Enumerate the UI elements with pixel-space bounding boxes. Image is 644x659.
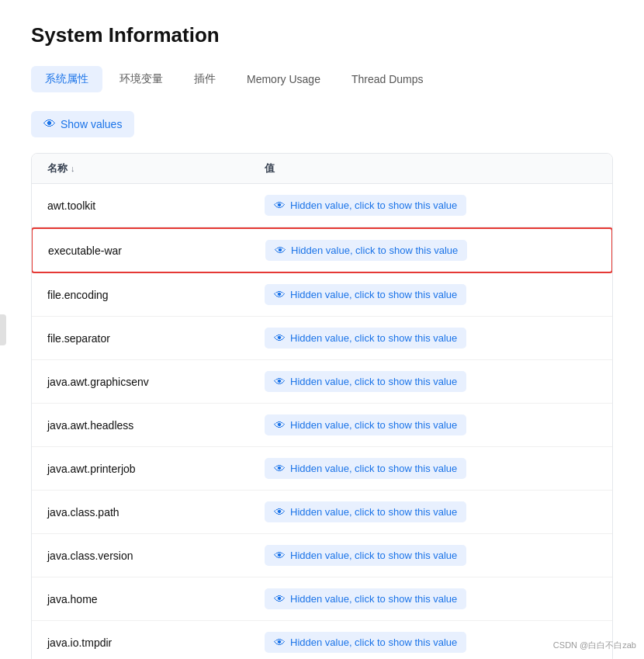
hidden-value-button[interactable]: 👁Hidden value, click to show this value — [265, 240, 467, 261]
hidden-value-button[interactable]: 👁Hidden value, click to show this value — [265, 371, 466, 392]
row-key: java.home — [47, 593, 265, 605]
row-key: java.io.tmpdir — [47, 636, 265, 649]
row-value: 👁Hidden value, click to show this value — [265, 195, 597, 216]
hidden-value-text: Hidden value, click to show this value — [290, 419, 457, 431]
table-row: executable-war👁Hidden value, click to sh… — [31, 227, 613, 273]
row-value: 👁Hidden value, click to show this value — [265, 545, 597, 566]
hidden-value-text: Hidden value, click to show this value — [290, 463, 457, 474]
hidden-value-text: Hidden value, click to show this value — [290, 506, 457, 518]
col-value-header: 值 — [265, 161, 597, 175]
hidden-value-button[interactable]: 👁Hidden value, click to show this value — [265, 284, 466, 305]
tab-system-props[interactable]: 系统属性 — [31, 66, 102, 92]
row-key: java.class.path — [47, 506, 265, 519]
table-row: file.separator👁Hidden value, click to sh… — [32, 317, 612, 360]
table-header: 名称 ↓ 值 — [32, 154, 612, 184]
page-title: System Information — [31, 23, 613, 47]
col-name-header: 名称 ↓ — [47, 161, 265, 175]
table-row: java.home👁Hidden value, click to show th… — [32, 577, 612, 621]
show-values-label: Show values — [61, 118, 122, 130]
hidden-value-button[interactable]: 👁Hidden value, click to show this value — [265, 414, 466, 435]
eye-icon: 👁 — [274, 199, 286, 212]
properties-table: 名称 ↓ 值 awt.toolkit👁Hidden value, click t… — [31, 153, 613, 659]
row-value: 👁Hidden value, click to show this value — [265, 414, 597, 435]
hidden-value-text: Hidden value, click to show this value — [290, 332, 457, 344]
hidden-value-button[interactable]: 👁Hidden value, click to show this value — [265, 328, 466, 349]
eye-icon: 👁 — [274, 418, 286, 432]
table-row: java.class.version👁Hidden value, click t… — [32, 534, 612, 577]
eye-icon: 👁 — [274, 288, 286, 301]
hidden-value-text: Hidden value, click to show this value — [290, 199, 457, 211]
hidden-value-button[interactable]: 👁Hidden value, click to show this value — [265, 458, 466, 479]
tab-memory-usage[interactable]: Memory Usage — [233, 66, 334, 92]
row-key: executable-war — [48, 245, 265, 257]
eye-icon: 👁 — [274, 549, 286, 562]
row-value: 👁Hidden value, click to show this value — [265, 371, 597, 392]
eye-icon: 👁 — [274, 375, 286, 388]
eye-icon: 👁 — [274, 636, 286, 649]
eye-icon: 👁 — [274, 462, 286, 475]
row-key: java.awt.printerjob — [47, 463, 265, 475]
side-indicator — [0, 314, 6, 345]
tab-env-vars[interactable]: 环境变量 — [106, 66, 177, 92]
row-value: 👁Hidden value, click to show this value — [265, 240, 596, 261]
row-value: 👁Hidden value, click to show this value — [265, 284, 597, 305]
eye-icon: 👁 — [43, 117, 56, 131]
eye-icon: 👁 — [275, 244, 286, 257]
row-value: 👁Hidden value, click to show this value — [265, 328, 597, 349]
table-row: java.class.path👁Hidden value, click to s… — [32, 491, 612, 534]
hidden-value-text: Hidden value, click to show this value — [290, 593, 457, 605]
tab-thread-dumps[interactable]: Thread Dumps — [338, 66, 438, 92]
row-key: file.encoding — [47, 289, 265, 301]
sort-arrow-icon: ↓ — [71, 164, 75, 173]
hidden-value-button[interactable]: 👁Hidden value, click to show this value — [265, 632, 466, 653]
table-row: java.io.tmpdir👁Hidden value, click to sh… — [32, 621, 612, 659]
eye-icon: 👁 — [274, 331, 286, 345]
row-value: 👁Hidden value, click to show this value — [265, 632, 597, 653]
table-row: java.awt.printerjob👁Hidden value, click … — [32, 447, 612, 491]
row-key: java.awt.graphicsenv — [47, 376, 265, 388]
eye-icon: 👁 — [274, 592, 286, 605]
hidden-value-text: Hidden value, click to show this value — [290, 289, 457, 300]
hidden-value-button[interactable]: 👁Hidden value, click to show this value — [265, 545, 466, 566]
eye-icon: 👁 — [274, 505, 286, 519]
table-row: awt.toolkit👁Hidden value, click to show … — [32, 184, 612, 227]
row-value: 👁Hidden value, click to show this value — [265, 501, 597, 522]
row-key: file.separator — [47, 332, 265, 345]
tab-bar: 系统属性 环境变量 插件 Memory Usage Thread Dumps — [31, 66, 613, 92]
table-row: java.awt.headless👁Hidden value, click to… — [32, 404, 612, 447]
watermark: CSDN @白白不白zab — [553, 640, 636, 651]
hidden-value-text: Hidden value, click to show this value — [290, 550, 457, 561]
table-row: file.encoding👁Hidden value, click to sho… — [32, 273, 612, 317]
hidden-value-text: Hidden value, click to show this value — [291, 245, 458, 256]
hidden-value-button[interactable]: 👁Hidden value, click to show this value — [265, 501, 466, 522]
table-row: java.awt.graphicsenv👁Hidden value, click… — [32, 360, 612, 404]
hidden-value-button[interactable]: 👁Hidden value, click to show this value — [265, 588, 466, 609]
page-container: System Information 系统属性 环境变量 插件 Memory U… — [0, 0, 644, 659]
show-values-button[interactable]: 👁 Show values — [31, 111, 134, 137]
hidden-value-text: Hidden value, click to show this value — [290, 376, 457, 387]
tab-plugins[interactable]: 插件 — [180, 66, 230, 92]
row-value: 👁Hidden value, click to show this value — [265, 588, 597, 609]
hidden-value-button[interactable]: 👁Hidden value, click to show this value — [265, 195, 466, 216]
row-key: awt.toolkit — [47, 199, 265, 212]
hidden-value-text: Hidden value, click to show this value — [290, 636, 457, 648]
row-key: java.class.version — [47, 550, 265, 562]
row-value: 👁Hidden value, click to show this value — [265, 458, 597, 479]
row-key: java.awt.headless — [47, 419, 265, 432]
table-body: awt.toolkit👁Hidden value, click to show … — [32, 184, 612, 659]
